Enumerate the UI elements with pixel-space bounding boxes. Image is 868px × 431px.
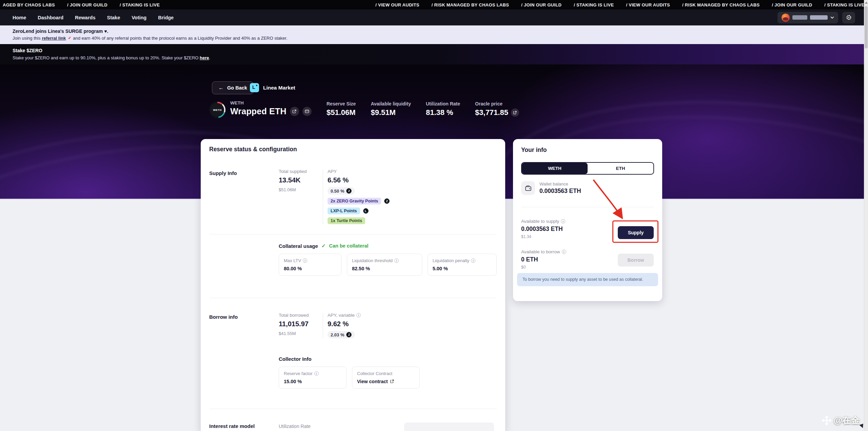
borrow-notice: To borrow you need to supply any asset t… [517, 273, 658, 286]
reserve-factor-value: 15.00 % [284, 379, 341, 384]
nav-item-dashboard[interactable]: Dashboard [38, 15, 63, 20]
nav-item-bridge[interactable]: Bridge [158, 15, 174, 20]
rocket-icon [67, 36, 72, 40]
info-icon[interactable] [314, 371, 319, 376]
linea-logo-icon [250, 83, 259, 92]
market-name: Linea Market [263, 85, 295, 91]
diamond-logo-icon [822, 415, 832, 426]
chevron-down-icon [830, 16, 834, 19]
base-apy-value: 0.50 % [331, 189, 344, 194]
ticker-item: / RISK MANAGED BY CHAOS LABS [682, 2, 760, 7]
scrollbar[interactable] [864, 0, 868, 431]
wallet-balance-redacted [810, 15, 828, 20]
page: AGED BY CHAOS LABS / JOIN OUR GUILD / ST… [0, 0, 868, 431]
ticker-item: / VIEW OUR AUDITS [626, 2, 670, 7]
stake-banner: Stake $ZERO Stake your $ZERO and earn up… [0, 44, 864, 64]
stake-here-link[interactable]: here [200, 55, 209, 60]
nav-links: Home Dashboard Rewards Stake Voting Brid… [13, 15, 174, 20]
total-borrowed-value: 11,015.97 [279, 320, 323, 328]
ticker-item: / STAKING IS LIVE [824, 2, 864, 7]
stat-label: Reserve Size [327, 101, 356, 106]
borrow-button: Borrow [618, 254, 654, 267]
surge-banner: ZeroLend joins Linea's SURGE program ♥. … [0, 25, 864, 44]
stat-label: Utilization Rate [426, 101, 460, 106]
reward-apy-value: 2.03 % [331, 332, 344, 337]
main-navbar: Home Dashboard Rewards Stake Voting Brid… [0, 9, 864, 25]
check-icon: ✓ [321, 243, 326, 249]
scrollbar-thumb[interactable] [865, 6, 868, 48]
stat-utilization-rate: Utilization Rate 81.38 % [426, 101, 460, 117]
max-ltv-label: Max LTV [284, 258, 301, 263]
total-borrowed-label: Total borrowed [279, 313, 323, 318]
interest-chart-control-cutoff [404, 423, 494, 431]
stat-oracle-price: Oracle price $3,771.85 [475, 101, 519, 117]
stake-banner-text: Stake your $ZERO and earn up to 90.10%, … [13, 55, 200, 60]
surge-banner-title: ZeroLend joins Linea's SURGE program ♥. [13, 28, 864, 34]
turtle-points-badge: 1x Turtle Points [328, 217, 365, 224]
liquidation-penalty-box: Liquidation penalty 5.00 % [428, 254, 497, 276]
view-contract-link[interactable]: View contract [357, 379, 415, 384]
asset-symbol: WETH [230, 100, 312, 105]
liquidation-penalty-label: Liquidation penalty [433, 258, 469, 263]
watermark: @在金 [822, 414, 860, 426]
divider [209, 298, 497, 298]
stat-available-liquidity: Available liquidity $9.51M [371, 101, 411, 117]
add-to-wallet-button[interactable] [302, 107, 312, 116]
ticker-item: / JOIN OUR GUILD [772, 2, 812, 7]
divider [521, 207, 654, 207]
collateral-status: Can be collateral [329, 243, 368, 249]
info-icon[interactable] [394, 258, 399, 263]
collector-contract-label: Collector Contract [357, 371, 392, 376]
oracle-link-button[interactable] [511, 109, 519, 117]
wallet-balance-value: 0.0003563 ETH [539, 188, 581, 195]
apy-value: 6.56 % [328, 176, 390, 184]
info-icon[interactable] [562, 250, 566, 254]
referral-link[interactable]: referral link [42, 36, 66, 41]
scrollbar-up-arrow[interactable] [865, 2, 868, 4]
nav-item-voting[interactable]: Voting [132, 15, 146, 20]
lxp-points-badge: LXP-L Points [328, 208, 360, 214]
open-explorer-button[interactable] [290, 107, 299, 116]
base-apy-pill: 0.50 % [328, 187, 355, 195]
settings-button[interactable] [842, 12, 855, 23]
wallet-account-button[interactable] [777, 12, 838, 23]
go-back-button[interactable]: Go Back [212, 81, 254, 94]
wallet-avatar [782, 14, 790, 22]
info-icon[interactable] [303, 258, 307, 263]
tab-weth[interactable]: WETH [522, 163, 588, 174]
nav-item-rewards[interactable]: Rewards [75, 15, 95, 20]
zero-gravity-points-badge: 2x ZERO Gravity Points [328, 198, 381, 204]
available-to-borrow-amount: 0 ETH [521, 256, 566, 263]
liquidation-threshold-label: Liquidation threshold [352, 258, 393, 263]
nav-item-home[interactable]: Home [13, 15, 26, 20]
stat-reserve-size: Reserve Size $51.06M [327, 101, 356, 117]
external-link-icon [292, 110, 296, 114]
go-back-label: Go Back [227, 85, 247, 91]
divider [209, 234, 497, 234]
info-icon[interactable] [356, 313, 361, 317]
info-icon[interactable] [561, 219, 565, 223]
stat-value: 81.38 % [426, 108, 460, 117]
zero-token-icon [346, 188, 352, 194]
announcement-ticker: AGED BY CHAOS LABS / JOIN OUR GUILD / ST… [0, 0, 864, 9]
max-ltv-box: Max LTV 80.00 % [279, 254, 341, 276]
asset-toggle: WETH ETH [521, 162, 654, 175]
info-icon[interactable] [471, 258, 475, 263]
total-supplied-label: Total supplied [279, 169, 323, 174]
total-borrowed-usd: $41.55M [279, 331, 323, 336]
stake-banner-text: . [209, 55, 211, 60]
nav-item-stake[interactable]: Stake [107, 15, 120, 20]
surge-banner-text: and earn 40% of any referral points that… [73, 36, 287, 41]
collateral-usage-label: Collateral usage [279, 243, 318, 249]
borrow-apy-value: 9.62 % [328, 320, 361, 328]
stake-banner-title: Stake $ZERO [13, 48, 864, 53]
ticker-item: / STAKING IS LIVE [574, 2, 614, 7]
available-to-borrow-label: Available to borrow [521, 249, 560, 254]
collector-info-label: Collector Info [279, 356, 497, 362]
tab-eth[interactable]: ETH [588, 163, 653, 174]
stat-label: Available liquidity [371, 101, 411, 106]
stat-value: $3,771.85 [475, 108, 508, 117]
supply-button[interactable]: Supply [618, 226, 654, 239]
ticker-item: AGED BY CHAOS LABS [3, 2, 55, 7]
ticker-item: / VIEW OUR AUDITS [375, 2, 419, 7]
